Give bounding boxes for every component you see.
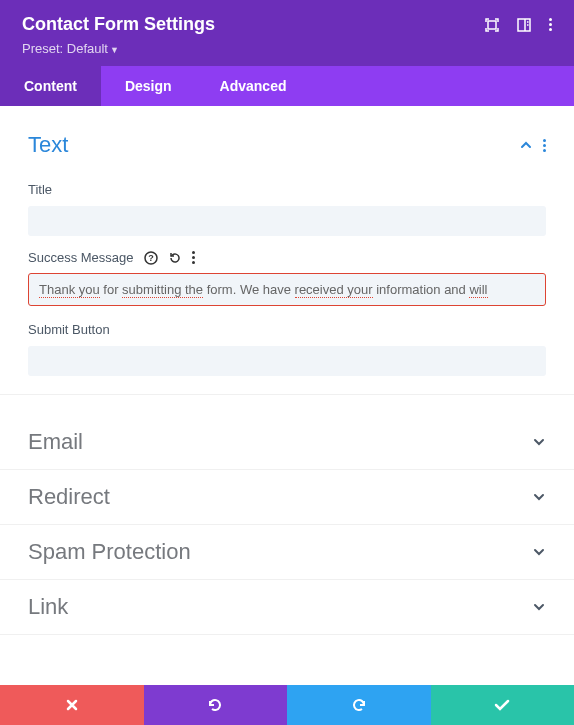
section-link-title: Link (28, 594, 68, 620)
save-button[interactable] (431, 685, 575, 725)
success-input[interactable]: Thank you for submitting the form. We ha… (28, 273, 546, 306)
caret-down-icon: ▼ (110, 45, 119, 55)
section-text-header[interactable]: Text (28, 124, 546, 166)
chevron-down-icon (532, 435, 546, 449)
section-email-title: Email (28, 429, 83, 455)
section-text-controls (519, 138, 546, 152)
collapse-icon[interactable] (519, 138, 533, 152)
success-label: Success Message (28, 250, 134, 265)
tab-content[interactable]: Content (0, 66, 101, 106)
field-more-icon[interactable] (192, 251, 195, 264)
svg-text:?: ? (148, 253, 154, 263)
section-spam-title: Spam Protection (28, 539, 191, 565)
field-title: Title (28, 180, 546, 236)
submit-input[interactable] (28, 346, 546, 376)
section-text: Text Title Success Message ? (0, 124, 574, 395)
title-label: Title (28, 182, 52, 197)
section-redirect-title: Redirect (28, 484, 110, 510)
submit-label: Submit Button (28, 322, 110, 337)
cancel-button[interactable] (0, 685, 144, 725)
more-icon[interactable] (549, 18, 552, 31)
field-success-message: Success Message ? Thank you for submitti… (28, 250, 546, 306)
header-actions (485, 18, 552, 32)
help-icon[interactable]: ? (144, 251, 158, 265)
reset-icon[interactable] (168, 251, 182, 265)
preset-label: Preset: Default (22, 41, 108, 56)
section-more-icon[interactable] (543, 139, 546, 152)
panel-icon[interactable] (517, 18, 531, 32)
main-content: Text Title Success Message ? (0, 106, 574, 685)
success-label-row: Success Message ? (28, 250, 546, 265)
svg-rect-0 (488, 21, 496, 29)
footer-actions (0, 685, 574, 725)
chevron-down-icon (532, 545, 546, 559)
header-top-row: Contact Form Settings (22, 14, 552, 35)
chevron-down-icon (532, 490, 546, 504)
expand-icon[interactable] (485, 18, 499, 32)
section-link[interactable]: Link (0, 580, 574, 635)
preset-selector[interactable]: Preset: Default▼ (22, 41, 552, 56)
section-redirect[interactable]: Redirect (0, 470, 574, 525)
title-input[interactable] (28, 206, 546, 236)
undo-button[interactable] (144, 685, 288, 725)
page-title: Contact Form Settings (22, 14, 215, 35)
redo-button[interactable] (287, 685, 431, 725)
chevron-down-icon (532, 600, 546, 614)
tab-design[interactable]: Design (101, 66, 196, 106)
settings-header: Contact Form Settings Preset: Default▼ (0, 0, 574, 66)
section-text-title: Text (28, 132, 68, 158)
field-submit-button: Submit Button (28, 320, 546, 376)
section-email[interactable]: Email (0, 415, 574, 470)
tab-advanced[interactable]: Advanced (196, 66, 311, 106)
tabs-bar: Content Design Advanced (0, 66, 574, 106)
section-spam[interactable]: Spam Protection (0, 525, 574, 580)
